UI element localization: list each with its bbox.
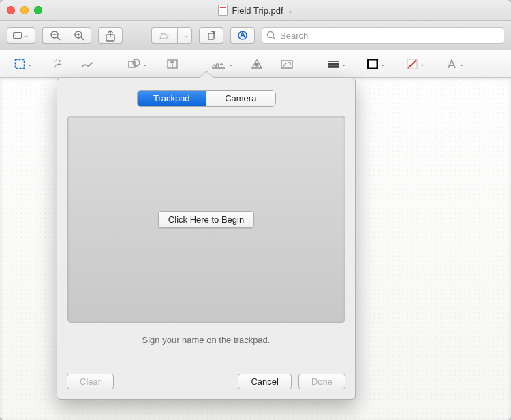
border-color-button[interactable]: ⌄ (361, 55, 391, 73)
svg-line-13 (273, 37, 275, 39)
rotate-button[interactable] (199, 27, 223, 44)
signature-source-tabs: Trackpad Camera (138, 91, 275, 106)
sidebar-view-button[interactable]: ⌄ (7, 27, 35, 44)
traffic-lights (7, 6, 42, 14)
pdf-document-icon (218, 5, 228, 16)
zoom-group (42, 27, 91, 44)
svg-rect-15 (129, 61, 135, 67)
highlight-dropdown[interactable]: ⌄ (177, 27, 192, 44)
zoom-in-button[interactable] (67, 27, 91, 44)
instant-alpha-button[interactable] (48, 55, 68, 73)
shapes-button[interactable]: ⌄ (123, 55, 153, 73)
search-field[interactable] (262, 27, 504, 44)
svg-line-3 (57, 37, 60, 40)
text-button[interactable] (162, 55, 183, 73)
line-style-button[interactable]: ⌄ (322, 55, 352, 73)
zoom-out-button[interactable] (42, 27, 67, 44)
clear-button[interactable]: Clear (67, 374, 114, 389)
preview-window: Field Trip.pdf ⌄ ⌄ (0, 0, 511, 420)
document-area: Trackpad Camera Click Here to Begin Sign… (0, 78, 511, 420)
markup-toggle-button[interactable] (230, 27, 255, 44)
adjust-size-button[interactable] (277, 55, 297, 73)
selection-tool-button[interactable]: ⌄ (8, 55, 38, 73)
markup-toolbar: ⌄ ⌄ ⌄ (0, 50, 511, 78)
highlight-button[interactable] (151, 27, 177, 44)
popover-arrow (198, 71, 215, 79)
signature-hint-text: Sign your name on the trackpad. (67, 335, 345, 345)
search-input[interactable] (280, 31, 499, 41)
document-title-dropdown[interactable]: Field Trip.pdf ⌄ (218, 5, 292, 16)
close-window-button[interactable] (7, 6, 15, 14)
sketch-button[interactable] (78, 55, 98, 73)
minimize-window-button[interactable] (20, 6, 29, 14)
share-button[interactable] (98, 27, 123, 44)
svg-rect-10 (208, 33, 214, 39)
search-icon (266, 31, 276, 40)
popover-footer: Clear Cancel Done (67, 367, 345, 389)
svg-rect-14 (15, 59, 24, 68)
maximize-window-button[interactable] (34, 6, 42, 14)
chevron-down-icon: ⌄ (288, 7, 293, 14)
svg-point-12 (268, 32, 274, 38)
tab-camera[interactable]: Camera (206, 91, 275, 106)
adjust-color-button[interactable] (247, 55, 267, 73)
svg-rect-24 (368, 59, 377, 69)
cancel-button[interactable]: Cancel (238, 374, 291, 389)
svg-line-6 (81, 37, 84, 40)
text-style-button[interactable]: ⌄ (440, 55, 470, 73)
main-toolbar: ⌄ ⌄ (0, 21, 511, 50)
signature-pad[interactable]: Click Here to Begin (67, 116, 345, 323)
svg-point-19 (256, 63, 258, 66)
fill-color-button[interactable]: ⌄ (401, 55, 431, 73)
sign-button[interactable]: ⌄ (207, 55, 237, 73)
svg-point-16 (133, 59, 140, 66)
begin-signature-button[interactable]: Click Here to Begin (158, 211, 254, 228)
tab-trackpad[interactable]: Trackpad (138, 91, 207, 106)
document-title-text: Field Trip.pdf (232, 5, 283, 16)
signature-popover: Trackpad Camera Click Here to Begin Sign… (57, 78, 356, 400)
highlight-group: ⌄ (151, 27, 192, 44)
done-button[interactable]: Done (298, 374, 345, 389)
titlebar: Field Trip.pdf ⌄ (0, 0, 511, 21)
svg-rect-0 (14, 32, 22, 38)
